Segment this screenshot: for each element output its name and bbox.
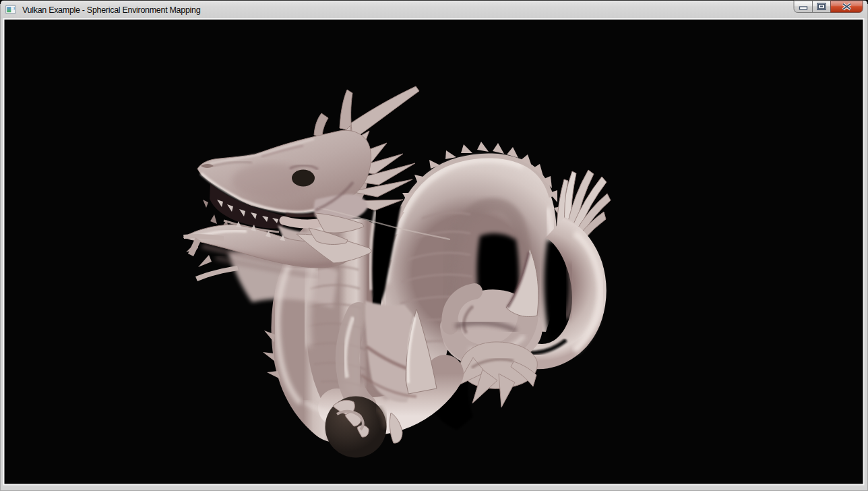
svg-text:Vulkan Example - Spherical Env: Vulkan Example - Spherical Environment M… [22, 5, 201, 15]
